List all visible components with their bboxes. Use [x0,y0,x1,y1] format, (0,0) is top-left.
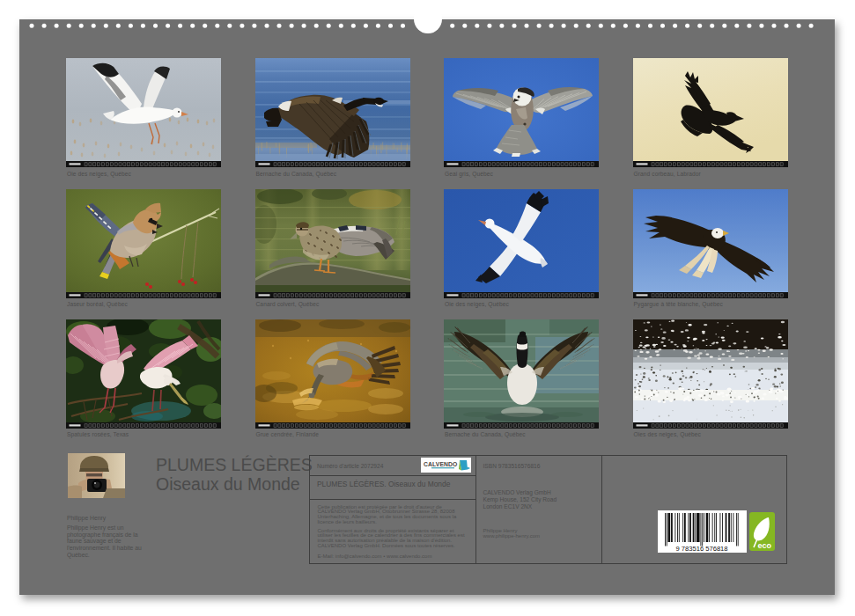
svg-text:CALVENDO: CALVENDO [424,461,457,467]
svg-text:eco: eco [757,541,771,550]
svg-text:9 783516 576818: 9 783516 576818 [675,545,727,553]
